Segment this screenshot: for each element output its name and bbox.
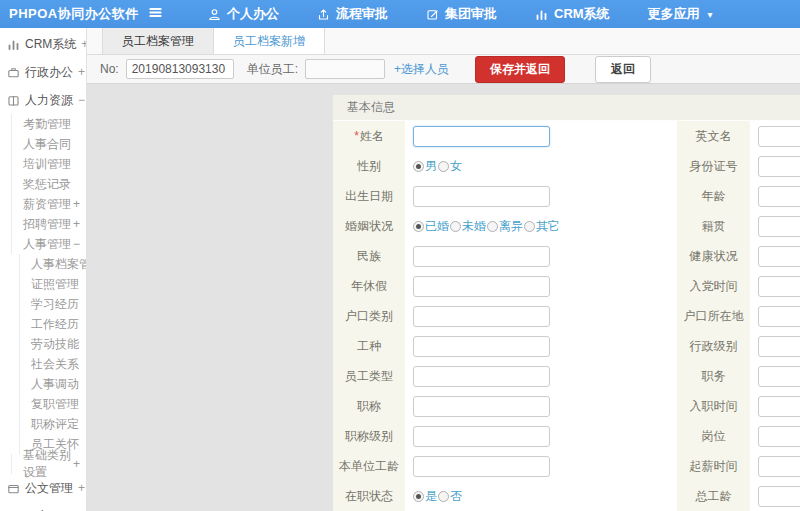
sidebar-item-work-experience[interactable]: 工作经历	[19, 314, 86, 334]
back-button[interactable]: 返回	[595, 56, 651, 83]
marital-status-radio-2[interactable]	[487, 221, 498, 232]
sidebar-item-personnel-archive-mgmt[interactable]: 人事档案管理	[19, 254, 86, 274]
field-label-household-type: 户口类别	[333, 301, 405, 331]
field-label-birth-date: 出生日期	[333, 181, 405, 211]
folder-icon	[7, 482, 20, 495]
name-input[interactable]	[413, 126, 550, 147]
field-label-hire-time: 入职时间	[677, 391, 750, 421]
work-type-input[interactable]	[413, 336, 550, 357]
sidebar-item-base-category-setting[interactable]: 基础类别设置+	[11, 454, 86, 474]
sidebar-menu: CRM系统+行政办公+人力资源−考勤管理人事合同培训管理奖惩记录薪资管理+招聘管…	[0, 28, 87, 511]
sidebar-item-certificate-mgmt[interactable]: 证照管理	[19, 274, 86, 294]
menu-toggle-button[interactable]	[148, 5, 163, 24]
household-type-input[interactable]	[413, 306, 550, 327]
field-cell-work-status: 是否	[405, 481, 677, 511]
expand-plus-icon[interactable]: +	[73, 197, 86, 211]
sidebar-item-reinstatement-mgmt[interactable]: 复职管理	[19, 394, 86, 414]
sidebar-item-crm-system[interactable]: CRM系统+	[0, 30, 86, 58]
birth-date-input[interactable]	[413, 186, 550, 207]
sidebar-item-recruitment-mgmt[interactable]: 招聘管理+	[11, 214, 86, 234]
save-and-return-button[interactable]: 保存并返回	[475, 56, 565, 83]
work-status-option-label[interactable]: 否	[450, 488, 462, 505]
household-location-input[interactable]	[758, 306, 800, 327]
gender-option-label[interactable]: 女	[450, 158, 462, 175]
expand-plus-icon[interactable]: +	[73, 217, 86, 231]
field-label-party-join-time: 入党时间	[677, 271, 750, 301]
work-status-radio-0[interactable]	[413, 491, 424, 502]
marital-status-radio-0[interactable]	[413, 221, 424, 232]
sidebar-item-label: 招聘管理	[23, 216, 71, 233]
age-input[interactable]	[758, 186, 800, 207]
sidebar-item-label: 人事调动	[31, 376, 79, 393]
sidebar-item-personnel-mgmt[interactable]: 人事管理−	[11, 234, 86, 254]
post-input[interactable]	[758, 426, 800, 447]
expand-plus-icon[interactable]: +	[73, 457, 86, 471]
nav-item-crm-system[interactable]: CRM系统	[516, 0, 629, 28]
sidebar-item-vehicle-mgmt[interactable]: 用车管理+	[0, 502, 86, 511]
sidebar-item-human-resources[interactable]: 人力资源−	[0, 86, 86, 114]
work-status-option-label[interactable]: 是	[425, 488, 437, 505]
work-status-radio-group: 是否	[413, 488, 463, 505]
marital-status-option-label[interactable]: 已婚	[425, 218, 449, 235]
marital-status-option-label[interactable]: 未婚	[462, 218, 486, 235]
sidebar-item-label: 证照管理	[31, 276, 79, 293]
sidebar-item-label: 培训管理	[23, 156, 71, 173]
english-name-input[interactable]	[758, 126, 800, 147]
sidebar-item-label: 用车管理	[25, 508, 73, 511]
sidebar-item-title-evaluation[interactable]: 职称评定	[19, 414, 86, 434]
nav-item-label: 流程审批	[336, 5, 388, 23]
expand-plus-icon[interactable]: +	[78, 65, 87, 79]
marital-status-radio-1[interactable]	[450, 221, 461, 232]
duty-input[interactable]	[758, 366, 800, 387]
sidebar-item-social-relation[interactable]: 社会关系	[19, 354, 86, 374]
company-seniority-input[interactable]	[413, 456, 550, 477]
select-person-link[interactable]: +选择人员	[394, 61, 449, 78]
tab-employee-archive-mgmt[interactable]: 员工档案管理	[102, 28, 214, 54]
hire-time-input[interactable]	[758, 396, 800, 417]
title-level-input[interactable]	[413, 426, 550, 447]
marital-status-option-label[interactable]: 其它	[536, 218, 560, 235]
health-status-input[interactable]	[758, 246, 800, 267]
unit-employee-input[interactable]	[305, 59, 385, 79]
ethnicity-input[interactable]	[413, 246, 550, 267]
expand-plus-icon[interactable]: +	[78, 481, 87, 495]
marital-status-option-label[interactable]: 离异	[499, 218, 523, 235]
collapse-minus-icon[interactable]: −	[73, 237, 86, 251]
field-label-ethnicity: 民族	[333, 241, 405, 271]
sidebar-item-label: 工作经历	[31, 316, 79, 333]
sidebar-item-admin-office[interactable]: 行政办公+	[0, 58, 86, 86]
gender-option-label[interactable]: 男	[425, 158, 437, 175]
sidebar-item-training-mgmt[interactable]: 培训管理	[11, 154, 86, 174]
employee-type-input[interactable]	[413, 366, 550, 387]
nav-item-personal-office[interactable]: 个人办公	[189, 0, 298, 28]
sidebar-item-label: 职称评定	[31, 416, 79, 433]
sidebar-item-salary-mgmt[interactable]: 薪资管理+	[11, 194, 86, 214]
marital-status-radio-3[interactable]	[524, 221, 535, 232]
sidebar-item-label: 学习经历	[31, 296, 79, 313]
nav-item-more-apps[interactable]: 更多应用▾	[629, 0, 732, 28]
nav-item-label: CRM系统	[554, 5, 610, 23]
salary-start-time-input[interactable]	[758, 456, 800, 477]
sidebar-item-labor-skill[interactable]: 劳动技能	[19, 334, 86, 354]
sidebar-item-personnel-transfer[interactable]: 人事调动	[19, 374, 86, 394]
id-number-input[interactable]	[758, 156, 800, 177]
sidebar-item-reward-punishment-record[interactable]: 奖惩记录	[11, 174, 86, 194]
total-seniority-input[interactable]	[758, 486, 800, 507]
collapse-minus-icon[interactable]: −	[78, 93, 87, 107]
gender-radio-1[interactable]	[438, 161, 449, 172]
edit-icon	[426, 8, 439, 21]
nav-item-group-approval[interactable]: 集团审批	[407, 0, 516, 28]
tab-employee-archive-new[interactable]: 员工档案新增	[214, 28, 325, 54]
no-input[interactable]	[126, 59, 234, 79]
gender-radio-0[interactable]	[413, 161, 424, 172]
admin-level-input[interactable]	[758, 336, 800, 357]
annual-leave-input[interactable]	[413, 276, 550, 297]
native-place-input[interactable]	[758, 216, 800, 237]
sidebar-item-attendance-mgmt[interactable]: 考勤管理	[11, 114, 86, 134]
nav-item-process-approval[interactable]: 流程审批	[298, 0, 407, 28]
job-title-input[interactable]	[413, 396, 550, 417]
work-status-radio-1[interactable]	[438, 491, 449, 502]
party-join-time-input[interactable]	[758, 276, 800, 297]
sidebar-item-study-experience[interactable]: 学习经历	[19, 294, 86, 314]
sidebar-item-hr-contract[interactable]: 人事合同	[11, 134, 86, 154]
